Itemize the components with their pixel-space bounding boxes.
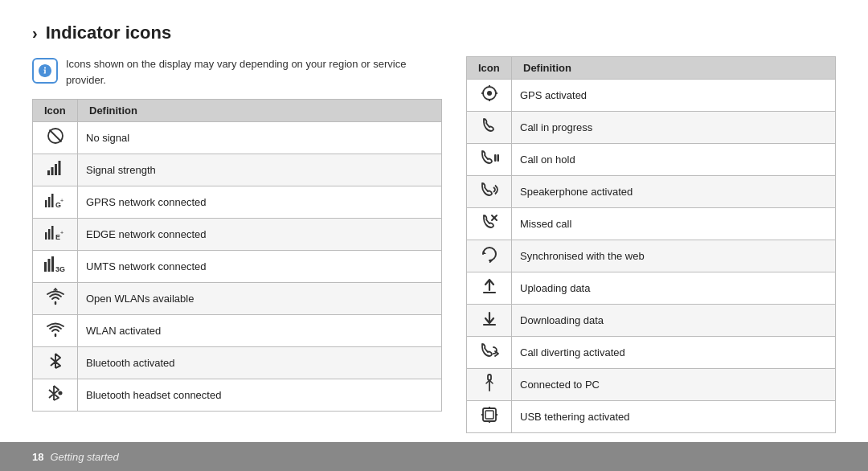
svg-rect-12 bbox=[48, 229, 51, 240]
signal-strength-label: Signal strength bbox=[78, 154, 442, 186]
table-row: Uploading data bbox=[467, 272, 836, 305]
svg-point-23 bbox=[487, 91, 492, 96]
table-row: Synchronised with the web bbox=[467, 240, 836, 272]
table-row: Speakerphone activated bbox=[467, 176, 836, 208]
table-row: Open WLANs available bbox=[33, 283, 442, 315]
svg-rect-8 bbox=[51, 194, 54, 207]
content-area: Icons shown on the display may vary depe… bbox=[32, 56, 836, 471]
note-box: Icons shown on the display may vary depe… bbox=[32, 56, 442, 88]
call-in-progress-icon bbox=[467, 112, 512, 144]
bluetooth-icon bbox=[33, 347, 78, 379]
call-on-hold-label: Call on hold bbox=[512, 144, 836, 176]
page-title: Indicator icons bbox=[46, 23, 171, 43]
table-row: Bluetooth activated bbox=[33, 347, 442, 379]
call-on-hold-icon bbox=[467, 144, 512, 176]
svg-rect-11 bbox=[45, 232, 47, 240]
footer-section: Getting started bbox=[50, 451, 118, 463]
umts-label: UMTS network connected bbox=[78, 251, 442, 283]
svg-rect-2 bbox=[47, 170, 50, 175]
wlan-active-label: WLAN activated bbox=[78, 315, 442, 347]
footer-page-number: 18 bbox=[32, 451, 43, 463]
right-col-def-header: Definition bbox=[512, 57, 836, 80]
left-column: Icons shown on the display may vary depe… bbox=[32, 56, 442, 471]
svg-text:3G: 3G bbox=[55, 265, 65, 273]
gps-icon bbox=[467, 80, 512, 112]
table-row: Signal strength bbox=[33, 154, 442, 186]
table-row: Missed call bbox=[467, 208, 836, 240]
svg-rect-3 bbox=[51, 167, 53, 175]
open-wlan-icon bbox=[33, 283, 78, 315]
bt-headset-label: Bluetooth headset connected bbox=[78, 379, 442, 412]
table-row: Call on hold bbox=[467, 144, 836, 176]
svg-line-1 bbox=[49, 130, 61, 142]
download-label: Downloading data bbox=[512, 305, 836, 337]
svg-rect-18 bbox=[51, 256, 54, 272]
svg-rect-39 bbox=[485, 411, 493, 419]
no-signal-label: No signal bbox=[78, 122, 442, 154]
call-divert-icon bbox=[467, 337, 512, 369]
call-divert-label: Call diverting activated bbox=[512, 337, 836, 369]
umts-icon: 3G bbox=[33, 251, 78, 283]
gprs-icon: G + bbox=[33, 186, 78, 219]
connected-pc-label: Connected to PC bbox=[512, 369, 836, 401]
left-col-icon-header: Icon bbox=[33, 100, 78, 122]
note-icon bbox=[32, 58, 58, 84]
table-row: Call diverting activated bbox=[467, 337, 836, 369]
gps-label: GPS activated bbox=[512, 80, 836, 112]
sync-web-icon bbox=[467, 240, 512, 272]
bt-headset-icon bbox=[33, 379, 78, 412]
download-icon bbox=[467, 305, 512, 337]
call-in-progress-label: Call in progress bbox=[512, 112, 836, 144]
svg-rect-5 bbox=[58, 161, 60, 175]
edge-label: EDGE network connected bbox=[78, 219, 442, 251]
upload-icon bbox=[467, 272, 512, 305]
table-row: WLAN activated bbox=[33, 315, 442, 347]
open-wlan-label: Open WLANs available bbox=[78, 283, 442, 315]
table-row: 3G UMTS network connected bbox=[33, 251, 442, 283]
speakerphone-icon bbox=[467, 176, 512, 208]
bluetooth-label: Bluetooth activated bbox=[78, 347, 442, 379]
svg-rect-7 bbox=[48, 197, 51, 207]
svg-text:+: + bbox=[60, 230, 63, 236]
svg-rect-29 bbox=[497, 154, 499, 162]
table-row: Connected to PC bbox=[467, 369, 836, 401]
table-row: Call in progress bbox=[467, 112, 836, 144]
right-table: Icon Definition bbox=[466, 56, 836, 433]
page-container: › Indicator icons Icons shown on the dis… bbox=[0, 0, 868, 471]
table-row: G + GPRS network connected bbox=[33, 186, 442, 219]
edge-icon: E + bbox=[33, 219, 78, 251]
usb-tether-icon bbox=[467, 401, 512, 433]
chevron-icon: › bbox=[32, 24, 38, 43]
table-row: E + EDGE network connected bbox=[33, 219, 442, 251]
signal-strength-icon bbox=[33, 154, 78, 186]
speakerphone-label: Speakerphone activated bbox=[512, 176, 836, 208]
gprs-label: GPRS network connected bbox=[78, 186, 442, 219]
no-signal-icon bbox=[33, 122, 78, 154]
table-row: GPS activated bbox=[467, 80, 836, 112]
svg-rect-16 bbox=[44, 262, 47, 272]
table-row: Bluetooth headset connected bbox=[33, 379, 442, 412]
table-row: No signal bbox=[33, 122, 442, 154]
svg-rect-17 bbox=[47, 259, 50, 272]
missed-call-label: Missed call bbox=[512, 208, 836, 240]
right-column: Icon Definition bbox=[466, 56, 836, 471]
usb-tether-label: USB tethering activated bbox=[512, 401, 836, 433]
table-row: Downloading data bbox=[467, 305, 836, 337]
svg-rect-13 bbox=[51, 226, 54, 240]
sync-web-label: Synchronised with the web bbox=[512, 240, 836, 272]
left-table: Icon Definition No signal bbox=[32, 99, 442, 412]
wlan-active-icon bbox=[33, 315, 78, 347]
note-text: Icons shown on the display may vary depe… bbox=[66, 56, 442, 88]
right-col-icon-header: Icon bbox=[467, 57, 512, 80]
title-row: › Indicator icons bbox=[32, 23, 836, 43]
svg-rect-28 bbox=[494, 154, 497, 162]
svg-rect-4 bbox=[55, 164, 57, 175]
left-col-def-header: Definition bbox=[78, 100, 442, 122]
info-icon bbox=[38, 63, 52, 78]
missed-call-icon bbox=[467, 208, 512, 240]
table-row: USB tethering activated bbox=[467, 401, 836, 433]
svg-text:+: + bbox=[60, 198, 63, 203]
footer: 18 Getting started bbox=[0, 442, 868, 471]
svg-rect-6 bbox=[45, 200, 47, 207]
connected-pc-icon bbox=[467, 369, 512, 401]
